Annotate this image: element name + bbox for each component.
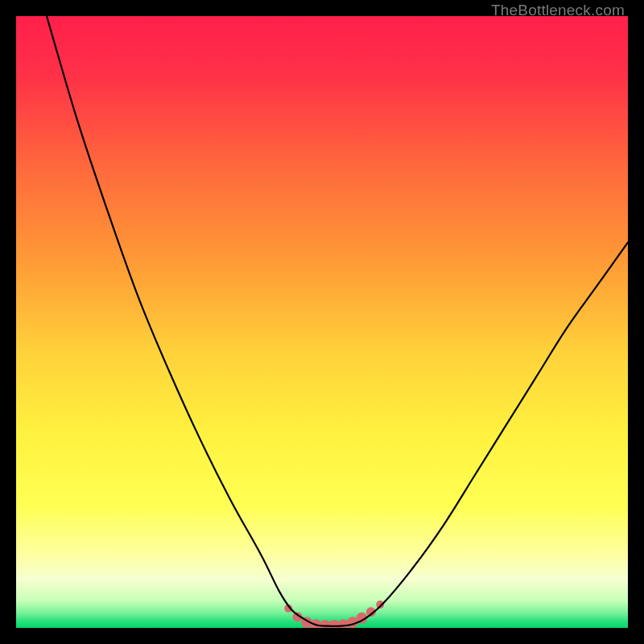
bottleneck-curve [47,16,628,626]
plot-area [16,16,628,628]
chart-svg [16,16,628,628]
watermark-text: TheBottleneck.com [491,2,625,19]
valley-marker-layer [284,601,384,628]
outer-frame: TheBottleneck.com [0,0,644,644]
